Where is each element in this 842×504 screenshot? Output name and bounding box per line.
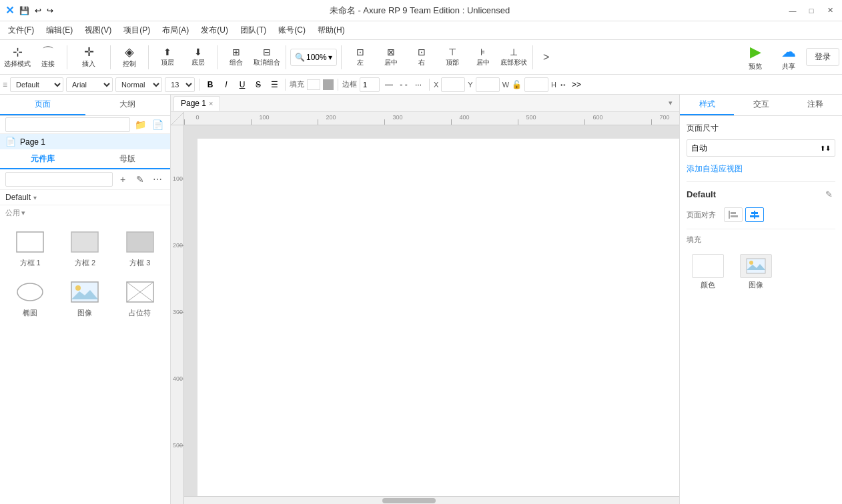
horizontal-scrollbar[interactable] [184, 496, 679, 504]
tab-outline[interactable]: 大纲 [85, 95, 171, 115]
strikethrough-button[interactable]: S [252, 78, 265, 91]
tab-masters[interactable]: 母版 [85, 149, 171, 168]
text-style-select[interactable]: Normal [115, 77, 162, 92]
menu-item-2[interactable]: 视图(V) [79, 23, 117, 38]
add-page-folder-button[interactable]: 📁 [133, 117, 147, 132]
fill-label: 填充 [290, 79, 304, 89]
comp-search-input[interactable] [5, 172, 113, 187]
canvas-scroll-area[interactable]: 0 100 200 300 400 500 600 700 [171, 112, 679, 504]
page-item[interactable]: 📄 Page 1 [0, 134, 170, 149]
align-center-h-button[interactable] [745, 207, 764, 222]
comp-item-placeholder[interactable]: 占位符 [115, 276, 165, 321]
fill-color-box[interactable] [307, 79, 320, 90]
pages-search-input[interactable] [5, 117, 130, 132]
lock-icon[interactable]: 🔓 [512, 80, 522, 89]
menu-item-1[interactable]: 编辑(E) [41, 23, 78, 38]
ruler-label-500: 500 [526, 114, 536, 121]
fill-color-swatch[interactable] [323, 79, 334, 90]
select-mode-icon: ⊹ [13, 46, 23, 58]
select-mode-button[interactable]: ⊹ 选择模式 [3, 43, 32, 72]
y-input[interactable] [476, 77, 500, 92]
ungroup-button[interactable]: ⊟ 取消组合 [252, 43, 282, 72]
tab-interaction[interactable]: 交互 [734, 95, 788, 115]
comp-item-box2[interactable]: 方框 2 [60, 226, 109, 271]
close-button[interactable]: ✕ [823, 4, 837, 17]
x-input[interactable] [441, 77, 465, 92]
add-adaptive-button[interactable]: 添加自适应视图 [687, 163, 743, 175]
menu-item-6[interactable]: 团队(T) [235, 23, 272, 38]
italic-button[interactable]: I [220, 78, 233, 91]
comp-item-box3[interactable]: 方框 3 [115, 226, 165, 271]
menu-item-4[interactable]: 布局(A) [157, 23, 194, 38]
comp-item-ellipse[interactable]: 椭圆 [5, 276, 55, 321]
comp-more-button[interactable]: ⋯ [150, 172, 165, 187]
align-left-button[interactable]: ⊡ 左 [346, 43, 375, 72]
right-panel-tabs: 样式 交互 注释 [680, 95, 842, 116]
insert-button[interactable]: ✛ 插入 [71, 43, 106, 72]
border-style-dashed[interactable]: - - [397, 78, 410, 91]
underline-button[interactable]: U [236, 78, 249, 91]
align-right-button[interactable]: ⊡ 右 [407, 43, 436, 72]
align-middle-button[interactable]: ⊧ 居中 [468, 43, 498, 72]
format-more-button[interactable]: >> [570, 78, 583, 91]
comp-item-box1[interactable]: 方框 1 [5, 226, 55, 271]
border-style-solid[interactable]: — [382, 78, 396, 91]
align-top-button[interactable]: ⊤ 顶部 [438, 43, 467, 72]
style-select[interactable]: Default [10, 77, 63, 92]
canvas-tab-page1[interactable]: Page 1 × [173, 96, 220, 111]
maximize-button[interactable]: □ [805, 4, 818, 17]
list-button[interactable]: ☰ [268, 78, 281, 91]
group-button[interactable]: ⊞ 组合 [222, 43, 251, 72]
expand-icon[interactable]: ↔ [559, 80, 567, 89]
align-bottom-button[interactable]: ⊥ 底部形状 [499, 43, 528, 72]
save-icon[interactable]: 💾 [19, 6, 29, 15]
comp-item-image[interactable]: 图像 [60, 276, 109, 321]
bold-button[interactable]: B [203, 78, 217, 91]
comp-library-name[interactable]: Default ▾ [0, 190, 170, 205]
page-size-select[interactable]: 自动 ⬆⬇ [687, 139, 835, 157]
ruler-v-label-400: 400 [171, 375, 183, 382]
w-input[interactable] [524, 77, 548, 92]
tab-component-library[interactable]: 元件库 [0, 149, 85, 168]
border-style-dotted[interactable]: ··· [412, 78, 425, 91]
menu-item-5[interactable]: 发布(U) [195, 23, 234, 38]
add-page-button[interactable]: 📄 [150, 117, 165, 132]
top-layer-button[interactable]: ⬆ 顶层 [153, 43, 182, 72]
connect-button[interactable]: ⌒ 连接 [33, 43, 63, 72]
comp-edit-button[interactable]: ✎ [133, 172, 147, 187]
align-left-button[interactable] [724, 207, 743, 222]
edit-style-button[interactable]: ✎ [822, 187, 835, 201]
font-size-select[interactable]: 13 [165, 77, 195, 92]
component-tabs: 元件库 母版 [0, 149, 170, 169]
comp-add-button[interactable]: + [115, 172, 130, 187]
share-button[interactable]: ☁ 共享 [773, 43, 805, 72]
canvas-content[interactable] [184, 125, 679, 504]
fill-color-option[interactable]: 颜色 [687, 251, 729, 293]
tab-annotation[interactable]: 注释 [788, 95, 842, 115]
zoom-control[interactable]: 🔍 100% ▾ [290, 49, 337, 66]
scrollbar-thumb[interactable] [382, 498, 436, 503]
menu-item-0[interactable]: 文件(F) [3, 23, 39, 38]
bottom-layer-button[interactable]: ⬇ 底层 [183, 43, 213, 72]
align-center-button[interactable]: ⊠ 居中 [376, 43, 406, 72]
undo-icon[interactable]: ↩ [35, 6, 41, 15]
fill-image-option[interactable]: 图像 [735, 251, 777, 293]
redo-icon[interactable]: ↪ [47, 6, 53, 15]
tab-pages[interactable]: 页面 [0, 95, 85, 115]
canvas-tab-close[interactable]: × [209, 99, 213, 107]
menu-item-3[interactable]: 项目(P) [118, 23, 155, 38]
canvas-white-area[interactable] [197, 139, 679, 504]
preview-button[interactable]: ▶ 预览 [739, 43, 771, 72]
tab-style[interactable]: 样式 [680, 95, 734, 115]
menu-item-7[interactable]: 账号(C) [273, 23, 311, 38]
font-select[interactable]: Arial [66, 77, 113, 92]
border-width-input[interactable] [360, 77, 380, 92]
svg-rect-16 [750, 215, 759, 217]
ruler-tick-100 [251, 119, 252, 125]
menu-item-8[interactable]: 帮助(H) [312, 23, 350, 38]
canvas-tabs-more[interactable]: ▾ [665, 97, 677, 109]
toolbar-more-button[interactable]: > [537, 48, 556, 67]
login-button[interactable]: 登录 [806, 48, 839, 66]
minimize-button[interactable]: — [786, 4, 799, 17]
control-button[interactable]: ◈ 控制 [115, 43, 144, 72]
